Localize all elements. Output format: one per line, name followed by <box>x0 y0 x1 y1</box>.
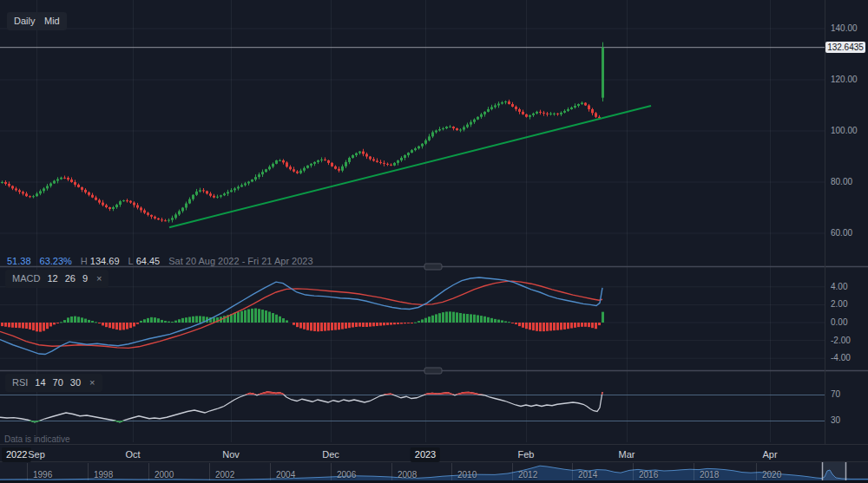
macd-label: MACD <box>12 273 40 284</box>
range-change-percent: 63.23% <box>40 256 72 267</box>
chart-canvas[interactable] <box>0 0 868 483</box>
rsi-overbought <box>0 392 602 422</box>
mid-button[interactable]: Mid <box>37 12 67 30</box>
macd-close-icon[interactable]: × <box>96 273 102 284</box>
range-low: L 64.45 <box>128 256 161 267</box>
range-high: H 134.69 <box>81 256 120 267</box>
navigator-strip[interactable] <box>0 462 868 481</box>
pane-divider-handle[interactable] <box>424 368 442 374</box>
pane-divider-handle[interactable] <box>424 264 442 270</box>
range-change-value: 51.38 <box>7 256 31 267</box>
rsi-line <box>0 392 602 422</box>
trend-line[interactable] <box>169 106 651 227</box>
chart-app: 140.00120.00100.0080.0060.004.002.000.00… <box>0 0 868 483</box>
macd-signal-line <box>0 281 602 348</box>
range-status-line: 51.38 63.23% H 134.69 L 64.45 Sat 20 Aug… <box>7 256 313 267</box>
macd-histogram <box>1 309 604 332</box>
rsi-legend[interactable]: RSI 14 70 30 × <box>5 374 102 392</box>
macd-legend[interactable]: MACD 12 26 9 × <box>5 270 108 288</box>
rsi-label: RSI <box>12 377 28 388</box>
candlestick-series <box>1 42 604 223</box>
price-scale[interactable] <box>825 0 868 442</box>
time-scale[interactable] <box>0 444 868 461</box>
range-dates: Sat 20 Aug 2022 - Fri 21 Apr 2023 <box>168 256 312 267</box>
rsi-oversold <box>0 392 602 422</box>
rsi-close-icon[interactable]: × <box>89 377 95 388</box>
